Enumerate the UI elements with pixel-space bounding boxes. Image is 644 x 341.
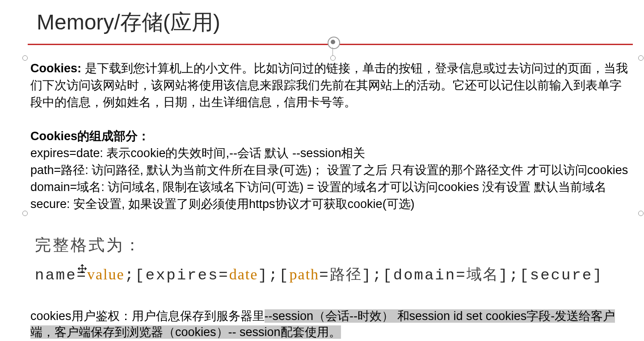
cookies-paragraph: Cookies: 是下载到您计算机上的小文件。比如访问过的链接，单击的按钮，登录… — [30, 60, 630, 111]
fmt-p2: ;[expires= — [125, 267, 229, 284]
cookies-description: 是下载到您计算机上的小文件。比如访问过的链接，单击的按钮，登录信息或过去访问过的… — [30, 62, 628, 109]
fmt-p4: = — [319, 267, 329, 284]
main-textbox[interactable]: Cookies: 是下载到您计算机上的小文件。比如访问过的链接，单击的按钮，登录… — [30, 60, 630, 212]
rotate-handle-dot-icon — [331, 40, 335, 44]
fmt-p3: ];[ — [258, 267, 289, 284]
cookies-heading: Cookies: — [30, 62, 81, 75]
fmt-kw-value: value — [87, 266, 125, 283]
components-heading: Cookies的组成部分： — [30, 128, 630, 145]
fmt-p6: ];[secure] — [499, 267, 603, 284]
line-secure: secure: 安全设置, 如果设置了则必须使用https协议才可获取cooki… — [30, 195, 630, 212]
bottom-paragraph: cookies用户鉴权：用户信息保存到服务器里--session（会话--时效）… — [30, 308, 631, 340]
resize-handle-tl[interactable] — [22, 55, 28, 61]
page-title: Memory/存储(应用) — [37, 8, 220, 37]
format-line: name=value;[expires=date];[path=路径];[dom… — [35, 264, 626, 285]
fmt-zh-domain: 域名 — [467, 266, 499, 283]
format-box: 完整格式为： name=value;[expires=date];[path=路… — [35, 234, 626, 285]
rotate-handle-stem — [333, 47, 333, 56]
resize-handle-ml[interactable] — [22, 211, 28, 216]
fmt-zh-path: 路径 — [330, 266, 362, 283]
fmt-kw-date: date — [229, 266, 258, 283]
spacer — [30, 111, 630, 128]
line-expires: expires=date: 表示cookie的失效时间,--会话 默认 --se… — [30, 145, 630, 162]
resize-handle-tr[interactable] — [638, 55, 644, 61]
resize-handle-mr[interactable] — [638, 211, 644, 216]
slide: Memory/存储(应用) Cookies: 是下载到您计算机上的小文件。比如访… — [0, 0, 644, 341]
bottom-lead: cookies用户鉴权：用户信息保存到服务器里 — [30, 309, 265, 323]
fmt-p1: name= — [35, 267, 87, 284]
line-domain: domain=域名: 访问域名, 限制在该域名下访问(可选) = 设置的域名才可… — [30, 179, 630, 195]
fmt-p5: ];[domain= — [362, 267, 467, 284]
format-title: 完整格式为： — [35, 234, 626, 256]
fmt-kw-path: path — [290, 266, 320, 283]
line-path: path=路径: 访问路径, 默认为当前文件所在目录(可选)； 设置了之后 只有… — [30, 162, 630, 179]
